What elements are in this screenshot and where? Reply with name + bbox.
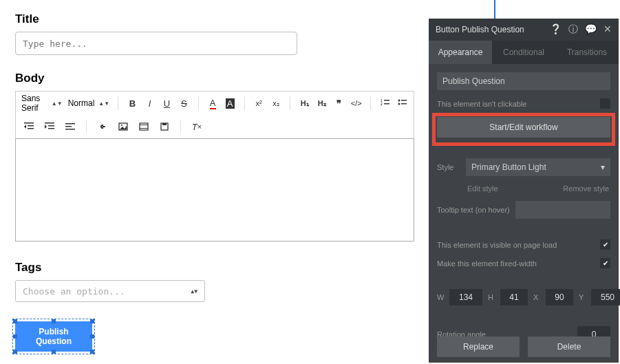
svg-point-5: [398, 103, 400, 105]
tab-appearance[interactable]: Appearance: [429, 41, 492, 64]
indent-icon[interactable]: [42, 119, 57, 134]
visible-checkbox[interactable]: ✔: [600, 239, 610, 250]
tooltip-label: Tooltip text (on hover): [437, 206, 510, 214]
highlight-icon[interactable]: A: [224, 96, 236, 111]
font-size-select[interactable]: Normal▲▼: [68, 98, 110, 108]
svg-rect-24: [140, 128, 148, 129]
x-label: X: [533, 293, 542, 301]
chevron-updown-icon: ▲▼: [191, 288, 197, 295]
fixed-width-checkbox[interactable]: ✔: [600, 258, 610, 268]
save-icon[interactable]: [157, 119, 172, 134]
unordered-list-icon[interactable]: [396, 96, 408, 111]
title-label: Title: [15, 12, 411, 26]
svg-marker-21: [120, 126, 127, 129]
svg-rect-14: [48, 128, 54, 129]
svg-marker-11: [24, 125, 26, 129]
remove-style-link[interactable]: Remove style: [563, 184, 609, 193]
quote-icon[interactable]: ❞: [333, 96, 345, 111]
fixed-width-label: Make this element fixed-width: [437, 259, 537, 268]
svg-rect-9: [28, 125, 34, 127]
chevron-down-icon: ▾: [601, 162, 605, 172]
underline-icon[interactable]: U: [161, 96, 173, 111]
edit-style-link[interactable]: Edit style: [467, 184, 498, 193]
h2-icon[interactable]: H₂: [316, 96, 328, 111]
width-input[interactable]: [449, 289, 482, 306]
height-input[interactable]: [500, 289, 528, 306]
y-input[interactable]: [591, 289, 620, 306]
svg-rect-8: [24, 122, 34, 124]
text-color-icon[interactable]: A: [207, 96, 219, 111]
style-select[interactable]: Primary Button Light ▾: [466, 158, 610, 176]
y-label: Y: [579, 293, 587, 301]
subscript-icon[interactable]: x₂: [270, 96, 281, 111]
svg-rect-12: [45, 122, 54, 124]
svg-rect-17: [65, 126, 72, 127]
svg-rect-16: [65, 123, 75, 125]
svg-rect-26: [162, 123, 167, 125]
x-input[interactable]: [546, 289, 573, 306]
align-icon[interactable]: [63, 119, 78, 134]
tags-select[interactable]: Choose an option... ▲▼: [15, 280, 205, 302]
svg-rect-13: [48, 125, 54, 127]
tags-label: Tags: [15, 261, 411, 275]
panel-title: Button Publish Question: [436, 25, 524, 34]
outdent-icon[interactable]: [21, 119, 36, 134]
svg-text:2: 2: [381, 102, 383, 106]
body-label: Body: [15, 72, 411, 85]
page-canvas: Title Body Sans Serif▲▼ Normal▲▼ B I U S…: [0, 0, 427, 364]
link-icon[interactable]: [95, 119, 110, 134]
title-input[interactable]: [15, 32, 297, 55]
svg-rect-18: [65, 129, 75, 130]
svg-rect-2: [384, 100, 389, 101]
svg-rect-6: [401, 100, 407, 101]
publish-question-button[interactable]: Publish Question: [15, 321, 92, 352]
tab-transitions[interactable]: Transitions: [555, 41, 619, 64]
close-icon[interactable]: ✕: [603, 23, 612, 36]
strike-icon[interactable]: S: [178, 96, 190, 111]
tooltip-input[interactable]: [515, 201, 610, 219]
svg-point-20: [121, 125, 122, 126]
svg-rect-22: [140, 123, 148, 130]
font-family-select[interactable]: Sans Serif▲▼: [21, 94, 63, 113]
superscript-icon[interactable]: x²: [253, 96, 264, 111]
svg-rect-7: [401, 103, 407, 105]
rich-text-toolbar: Sans Serif▲▼ Normal▲▼ B I U S A A x² x₂ …: [15, 91, 414, 138]
svg-rect-23: [140, 125, 148, 125]
info-icon[interactable]: ⓘ: [568, 23, 578, 36]
body-textarea[interactable]: [15, 138, 414, 242]
visible-label: This element is visible on page load: [437, 241, 557, 249]
replace-button[interactable]: Replace: [437, 336, 520, 357]
tab-conditional[interactable]: Conditional: [492, 41, 555, 64]
italic-icon[interactable]: I: [144, 96, 156, 111]
not-clickable-checkbox[interactable]: [600, 98, 610, 109]
start-edit-workflow-button[interactable]: Start/Edit workflow: [437, 117, 610, 138]
image-icon[interactable]: [116, 119, 131, 134]
delete-button[interactable]: Delete: [528, 336, 610, 357]
svg-rect-10: [28, 128, 34, 129]
svg-rect-3: [384, 103, 389, 105]
not-clickable-label: This element isn't clickable: [437, 100, 527, 108]
selected-element[interactable]: Publish Question: [15, 321, 92, 352]
height-label: H: [488, 293, 496, 301]
comment-icon[interactable]: 💬: [585, 23, 597, 36]
style-label: Style: [437, 163, 460, 171]
svg-marker-15: [45, 125, 47, 129]
bold-icon[interactable]: B: [127, 96, 138, 111]
property-panel: Button Publish Question ❔ ⓘ 💬 ✕ Appearan…: [429, 19, 619, 363]
clear-format-icon[interactable]: T×: [189, 119, 204, 134]
element-name-input[interactable]: [437, 72, 610, 90]
h1-icon[interactable]: H₁: [299, 96, 310, 111]
code-icon[interactable]: </>: [350, 96, 362, 111]
ordered-list-icon[interactable]: 12: [379, 96, 391, 111]
help-icon[interactable]: ❔: [550, 23, 562, 36]
video-icon[interactable]: [136, 119, 151, 134]
svg-point-4: [398, 100, 400, 102]
width-label: W: [437, 293, 445, 301]
